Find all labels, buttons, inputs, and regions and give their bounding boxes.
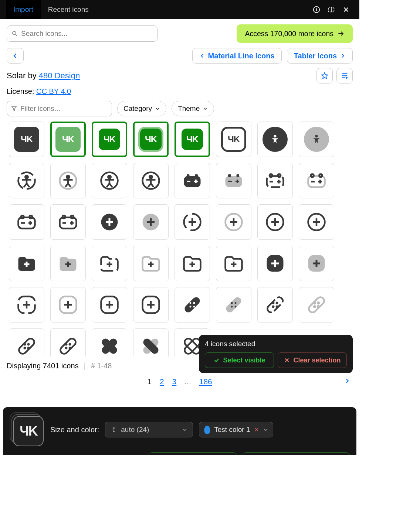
tab-recent-icons[interactable]: Recent icons [41, 0, 96, 19]
icon-accumulator-linear[interactable] [9, 204, 44, 240]
svg-rect-121 [266, 296, 284, 314]
icon-add-circle-broken[interactable] [175, 204, 210, 240]
access-more-button[interactable]: Access 170,000 more icons [237, 24, 353, 43]
display-count: Displaying 7401 icons [7, 362, 79, 370]
arrow-right-icon [337, 30, 345, 37]
color-dropdown[interactable]: Test color 1 [199, 422, 273, 437]
icon-adhesive-plaster-line-duotone[interactable] [299, 287, 334, 323]
icon-4k-outline[interactable]: ЧK [216, 122, 251, 157]
icon-add-circle-line-duotone[interactable] [216, 204, 251, 240]
icon-add-folder-outline[interactable] [216, 246, 251, 281]
icon-accessibility-broken[interactable] [9, 163, 44, 198]
next-iconset-button[interactable]: Tabler Icons [287, 48, 353, 64]
info-icon[interactable] [309, 2, 324, 17]
icon-accessibility-bold[interactable] [257, 122, 293, 157]
icon-4k-broken[interactable]: ЧK [92, 122, 127, 157]
tab-import[interactable]: Import [6, 0, 41, 19]
page-last[interactable]: 186 [199, 377, 212, 386]
list-plus-icon [341, 72, 349, 80]
icon-adhesive-plaster-2-bold[interactable] [92, 328, 127, 357]
icon-accumulator-line-duotone[interactable] [299, 163, 334, 198]
chevron-down-icon [263, 427, 268, 432]
icon-add-square-linear[interactable] [92, 287, 127, 323]
page-2[interactable]: 2 [160, 377, 164, 386]
icon-adhesive-plaster-linear[interactable] [9, 328, 44, 357]
icon-add-square-outline[interactable] [133, 287, 169, 323]
icon-add-folder-broken[interactable] [92, 246, 127, 281]
size-dropdown[interactable]: auto (24) [105, 422, 193, 437]
prev-iconset-button[interactable]: Material Line Icons [192, 48, 282, 64]
icon-4k-line-duotone[interactable]: ЧK [133, 122, 169, 157]
close-icon[interactable] [339, 2, 353, 17]
icon-accessibility-duotone[interactable] [299, 122, 334, 157]
list-add-button[interactable] [336, 68, 353, 83]
icon-accumulator-broken[interactable] [257, 163, 293, 198]
search-field[interactable] [21, 30, 153, 38]
svg-point-127 [314, 302, 315, 304]
back-button[interactable] [7, 48, 24, 64]
nav-row: Material Line Icons Tabler Icons [0, 48, 359, 68]
page-1: 1 [147, 377, 152, 386]
icon-add-circle-linear[interactable] [257, 204, 293, 240]
svg-point-115 [193, 306, 195, 308]
import-as-components-button[interactable]: Import as components [243, 452, 350, 455]
icon-adhesive-plaster-broken[interactable] [257, 287, 293, 323]
remove-color-icon[interactable] [254, 427, 260, 433]
icon-adhesive-plaster-outline[interactable] [50, 328, 86, 357]
icon-add-folder-duotone[interactable] [50, 246, 86, 281]
theme-dropdown[interactable]: Theme [172, 101, 214, 116]
panel-icon[interactable] [324, 2, 339, 17]
svg-rect-36 [228, 181, 232, 182]
icon-add-folder-bold[interactable] [9, 246, 44, 281]
page-next-arrow[interactable] [344, 378, 350, 386]
search-input[interactable] [7, 25, 158, 42]
selection-popup: 4 icons selected Select visible Clear se… [199, 335, 353, 373]
filter-input[interactable] [7, 101, 112, 116]
icon-add-square-broken[interactable] [9, 287, 44, 323]
icon-add-square-duotone[interactable] [299, 246, 334, 281]
svg-line-8 [16, 34, 17, 36]
iconset-title: Solar by 480 Design [7, 71, 80, 81]
icon-add-folder-line-duotone[interactable] [133, 246, 169, 281]
icon-accumulator-outline[interactable] [50, 204, 86, 240]
svg-point-119 [231, 306, 233, 308]
select-visible-button[interactable]: Select visible [205, 352, 274, 368]
size-color-label: Size and color: [50, 426, 99, 434]
svg-rect-136 [59, 337, 77, 355]
svg-point-122 [273, 303, 274, 304]
header-bar: Import Recent icons [0, 0, 359, 19]
filter-field[interactable] [20, 105, 108, 113]
page-3[interactable]: 3 [172, 377, 177, 386]
icon-grid-container[interactable]: ЧK ЧK ЧK ЧK ЧK ЧK [0, 122, 359, 357]
icon-accumulator-bold[interactable] [175, 163, 210, 198]
svg-rect-29 [195, 174, 198, 177]
category-dropdown[interactable]: Category [117, 101, 166, 116]
icon-add-circle-outline[interactable] [299, 204, 334, 240]
selection-preview-stack: ЧK [10, 412, 44, 447]
icon-adhesive-plaster-duotone[interactable] [216, 287, 251, 323]
icon-add-folder-linear[interactable] [175, 246, 210, 281]
icon-adhesive-plaster-2-duotone[interactable] [133, 328, 169, 357]
author-link[interactable]: 480 Design [39, 71, 80, 80]
svg-rect-39 [267, 176, 284, 187]
icon-accessibility-line-duotone[interactable] [50, 163, 86, 198]
icon-accessibility-linear[interactable] [92, 163, 127, 198]
svg-rect-57 [60, 218, 77, 229]
check-icon [213, 357, 220, 364]
icon-add-circle-bold[interactable] [92, 204, 127, 240]
svg-point-113 [193, 302, 195, 304]
icon-accessibility-outline[interactable] [133, 163, 169, 198]
favorite-button[interactable] [316, 68, 333, 83]
clear-selection-button[interactable]: Clear selection [278, 352, 347, 368]
icon-add-square-line-duotone[interactable] [50, 287, 86, 323]
icon-add-circle-duotone[interactable] [133, 204, 169, 240]
icon-4k-bold-duotone[interactable]: ЧK [50, 122, 86, 157]
import-as-frames-button[interactable]: Import as frames [149, 452, 236, 455]
icon-4k-bold[interactable]: ЧK [9, 122, 44, 157]
icon-adhesive-plaster-bold[interactable] [175, 287, 210, 323]
license-link[interactable]: CC BY 4.0 [36, 87, 71, 95]
icon-accumulator-duotone[interactable] [216, 163, 251, 198]
icon-add-square-bold[interactable] [257, 246, 293, 281]
svg-rect-131 [17, 337, 35, 355]
icon-4k-linear[interactable]: ЧK [175, 122, 210, 157]
